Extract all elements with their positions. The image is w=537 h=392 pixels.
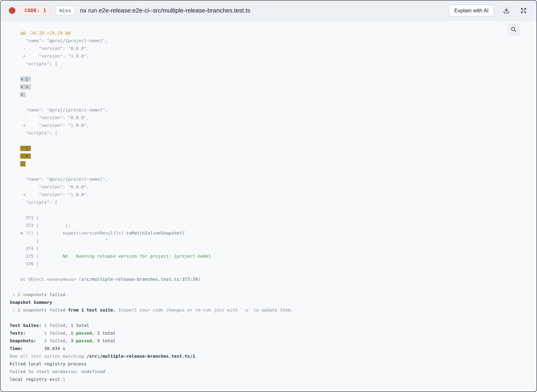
page-title: nx run e2e-release:e2e-ci--src/multiple-… [80, 7, 444, 14]
terminal-line: - "version": "0.0.0", [10, 183, 528, 191]
terminal-line: Time: 38.034 s [10, 345, 528, 352]
header-actions: Explain with AI [449, 5, 528, 16]
terminal-line: - "version": "0.0.0", [10, 114, 528, 121]
terminal-line: Test Suites: 1 failed, 1 total [10, 322, 528, 329]
terminal-line: 374 | [10, 245, 528, 252]
search-button[interactable] [508, 23, 520, 36]
terminal-line: + } [10, 75, 528, 83]
status-dot-icon [9, 7, 15, 14]
terminal-line: Snapshot Summary [10, 299, 528, 306]
terminal-line: Failed to start verdaccio: undefined [10, 368, 528, 376]
terminal-line: Ran all test suites matching /src\/multi… [10, 352, 528, 360]
terminal-line: at Object.<anonymous> (src/multiple-rele… [10, 275, 528, 283]
terminal-line: Tests: 1 failed, 1 passed, 2 total [10, 329, 528, 337]
terminal-line: - "version": "0.0.0", [10, 45, 528, 52]
terminal-line: "name": "@proj/{project-name}", [10, 175, 528, 183]
terminal-line [10, 98, 528, 106]
terminal-line: 375 | NX Running release version for pro… [10, 252, 528, 260]
terminal-line: - [10, 160, 528, 168]
search-icon [510, 26, 517, 34]
exit-code-badge: CODE: 1 [20, 6, 50, 15]
explain-with-ai-button[interactable]: Explain with AI [449, 5, 494, 16]
terminal-line: 376 | [10, 260, 528, 268]
terminal-line: + + [10, 83, 528, 91]
terminal-line: › 2 snapshots failed. [10, 291, 528, 299]
terminal-line [10, 168, 528, 175]
terminal-line: + "version": "1.0.0", [10, 191, 528, 199]
terminal-line: + [10, 91, 528, 98]
terminal-output[interactable]: @@ -24,19 +24,19 @@ "name": "@proj/{proj… [10, 29, 528, 383]
terminal-line: - + [10, 152, 528, 160]
terminal-line: "scripts": { [10, 60, 528, 68]
terminal-line: 372 | `); [10, 222, 528, 229]
terminal-line: "name": "@proj/{project-name}", [10, 106, 528, 114]
download-button[interactable] [502, 6, 511, 15]
terminal-line [10, 283, 528, 291]
terminal-line: - } [10, 145, 528, 152]
terminal-line [10, 68, 528, 75]
terminal-line: local registry exit 1 [10, 376, 528, 383]
terminal-line: "name": "@proj/{project-name}", [10, 37, 528, 45]
header-bar: CODE: 1 miss nx run e2e-release:e2e-ci--… [0, 0, 537, 21]
terminal-line: | ^ [10, 237, 528, 245]
terminal-line: "scripts": { [10, 199, 528, 206]
terminal-line: > 373 | expect(versionResult2x).toMatchI… [10, 229, 528, 237]
expand-icon [520, 7, 527, 14]
terminal-line: › 2 snapshots failed from 1 test suite. … [10, 306, 528, 314]
terminal-line [10, 206, 528, 214]
terminal-line [10, 268, 528, 275]
terminal-line: @@ -24,19 +24,19 @@ [10, 29, 528, 37]
terminal-line: Snapshots: 2 failed, 3 passed, 5 total [10, 337, 528, 345]
terminal-line: + "version": "1.0.0", [10, 52, 528, 60]
terminal-line: Killed local registry process [10, 360, 528, 368]
task-output-window: CODE: 1 miss nx run e2e-release:e2e-ci--… [0, 0, 537, 392]
terminal-panel: @@ -24,19 +24,19 @@ "name": "@proj/{proj… [0, 21, 537, 392]
terminal-line: + "version": "1.0.0", [10, 121, 528, 129]
cache-miss-badge: miss [56, 6, 75, 15]
terminal-line [10, 314, 528, 322]
fullscreen-button[interactable] [519, 6, 528, 15]
terminal-line: "scripts": { [10, 129, 528, 137]
terminal-line [10, 137, 528, 145]
terminal-line: 371 | [10, 214, 528, 222]
download-icon [503, 7, 510, 14]
